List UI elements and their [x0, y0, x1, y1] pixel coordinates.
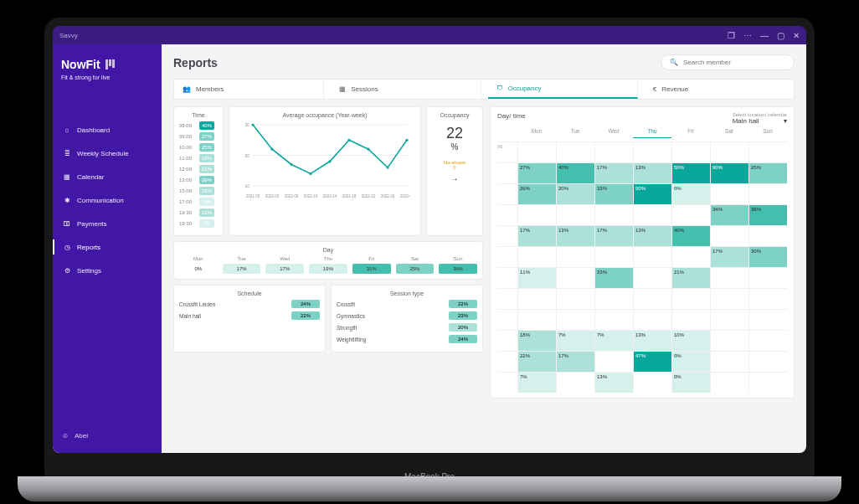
heatmap-row: 26%20%33%50%0%: [497, 183, 787, 204]
day-cell: Tue17%: [223, 256, 261, 274]
heatmap-day-header[interactable]: Fri: [671, 128, 710, 138]
list-name: Crossfit Leiden: [179, 301, 215, 307]
sidebar-item-dashboard[interactable]: ⌂Dashboard: [61, 122, 153, 137]
tab-sessions[interactable]: ▦Sessions: [331, 80, 481, 99]
heatmap-cell: [556, 247, 594, 267]
window-more-icon[interactable]: ⋯: [743, 31, 752, 40]
heatmap-day-header[interactable]: Tue: [556, 128, 594, 138]
calendar-icon: ▦: [63, 172, 71, 181]
heatmap-cell: 47%: [633, 352, 671, 372]
heatmap-hour: [497, 205, 517, 225]
heatmap-cell: 18%: [517, 331, 556, 351]
heatmap-cell: [710, 184, 748, 204]
search-box[interactable]: 🔍: [661, 54, 795, 70]
heatmap-cell: [748, 352, 787, 372]
svg-point-13: [386, 167, 388, 169]
heatmap-day-header[interactable]: Thu: [633, 128, 671, 138]
sidebar-item-label: Calendar: [77, 173, 104, 181]
tab-members[interactable]: 👥Members: [174, 80, 324, 99]
heatmap-row: [497, 288, 787, 309]
tab-occupancy[interactable]: ⛉Occupancy: [488, 80, 638, 99]
sidebar-item-settings[interactable]: ⚙Settings: [61, 263, 153, 278]
heatmap-row: [497, 309, 787, 330]
time-hour: 19:30: [179, 210, 196, 215]
heatmap-hour: [497, 310, 517, 330]
occupancy-icon: ⛉: [496, 85, 503, 92]
sidebar-item-payments[interactable]: ⚿Payments: [61, 216, 153, 231]
heatmap-cell: 0%: [671, 373, 710, 393]
heatmap-row: 7%13%0%: [497, 372, 787, 393]
content: Time 08:0040%09:0027%10:0025%11:0018%12:…: [173, 106, 795, 399]
heatmap-day-header[interactable]: Mon: [517, 128, 556, 138]
chevron-down-icon: ▾: [784, 117, 787, 125]
heatmap-card: Day/ time Select location/ calendar Main…: [490, 106, 795, 399]
heatmap-day-header[interactable]: Sun: [748, 128, 787, 138]
day-title: Day: [179, 247, 477, 253]
sidebar-item-calendar[interactable]: ▦Calendar: [61, 169, 153, 184]
occupancy-chart-card: Average occupance (Year-week) 1020302021…: [229, 106, 421, 236]
list-row: Crossfit Leiden24%: [179, 300, 320, 308]
svg-text:2022-02: 2022-02: [265, 194, 280, 198]
sidebar-item-communication[interactable]: ✱Communication: [61, 193, 153, 208]
heatmap-cell: 30%: [748, 247, 787, 267]
heatmap-cell: 10%: [671, 331, 710, 351]
day-value: 19%: [309, 264, 347, 274]
svg-text:2022-41: 2022-41: [400, 194, 410, 198]
clock-icon: ◷: [63, 243, 71, 251]
window-close-icon[interactable]: ✕: [793, 31, 800, 40]
list-row: Crossfit22%: [337, 300, 477, 308]
sidebar-nav: ⌂Dashboard ≣Weekly Schedule ▦Calendar ✱C…: [61, 122, 153, 278]
heatmap-hour: [497, 247, 517, 267]
heatmap-cell: [633, 268, 671, 288]
heatmap-day-header[interactable]: Sat: [710, 128, 748, 138]
sidebar-item-label: Dashboard: [77, 126, 110, 134]
schedule-title: Schedule: [179, 291, 320, 296]
sidebar-user[interactable]: ☺Abel: [61, 431, 153, 440]
heatmap-day-header[interactable]: Wed: [594, 128, 633, 138]
window-max-icon[interactable]: ▢: [777, 31, 784, 40]
heatmap-cell: [671, 289, 710, 309]
time-hour: 09:00: [179, 134, 196, 139]
heatmap-cell: 17%: [556, 352, 594, 372]
heatmap-hour: [497, 373, 517, 393]
day-value: 31%: [352, 264, 391, 274]
heatmap-cell: [748, 373, 787, 393]
share-icon: ✱: [63, 196, 71, 204]
heatmap-cell: 33%: [594, 268, 633, 288]
sidebar-item-weekly[interactable]: ≣Weekly Schedule: [61, 146, 153, 161]
list-row: Main hall22%: [179, 311, 320, 320]
heatmap-cell: [556, 205, 594, 225]
heatmap-cell: 0%: [671, 184, 710, 204]
heatmap-cell: 90%: [710, 163, 748, 183]
heatmap-hour: [497, 331, 517, 351]
location-selector[interactable]: Select location/ calendar Main hall▾: [733, 112, 787, 125]
time-value: 7%: [199, 219, 214, 228]
list-name: Gymnastics: [337, 313, 365, 319]
search-input[interactable]: [683, 59, 785, 66]
heatmap-cell: [671, 142, 710, 162]
time-row: 08:0040%: [179, 121, 218, 130]
report-tabs: 👥Members ▦Sessions ⛉Occupancy €Revenue: [173, 79, 795, 100]
heatmap-cell: [748, 184, 787, 204]
sidebar-item-label: Communication: [77, 197, 124, 204]
list-name: Main hall: [179, 313, 201, 319]
sidebar-item-reports[interactable]: ◷Reports: [61, 239, 153, 255]
day-cell: Mon0%: [179, 256, 218, 274]
time-title: Time: [179, 112, 218, 118]
tab-revenue[interactable]: €Revenue: [645, 80, 794, 99]
heatmap-cell: 40%: [671, 226, 710, 246]
heatmap-row: 17%30%: [497, 246, 787, 267]
heatmap-cell: [556, 289, 594, 309]
day-value: 36%: [439, 264, 477, 274]
user-icon: ☺: [61, 431, 69, 440]
svg-text:2022-06: 2022-06: [285, 194, 299, 198]
heatmap-cell: [748, 226, 787, 246]
window-min-icon[interactable]: —: [760, 31, 769, 40]
heatmap-row: 22%17%47%0%: [497, 351, 787, 372]
svg-text:2022-26: 2022-26: [381, 194, 395, 198]
svg-text:2022-18: 2022-18: [342, 194, 357, 198]
day-cell: Fri31%: [352, 256, 391, 274]
window-restore-icon[interactable]: ❐: [728, 31, 735, 40]
heatmap-cell: [594, 247, 633, 267]
heatmap-cell: 38%: [748, 205, 787, 225]
